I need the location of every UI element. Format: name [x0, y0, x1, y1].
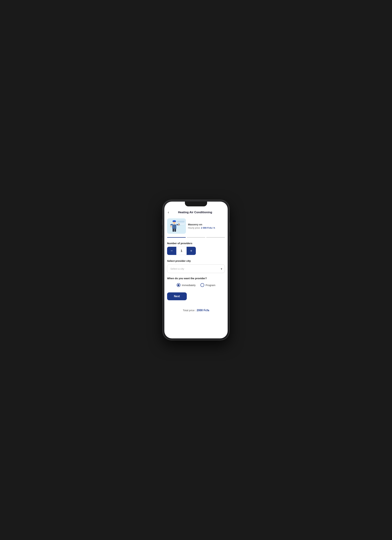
radio-immediately-label: Immediately: [182, 284, 196, 287]
timing-label: When do you want the provider?: [167, 277, 225, 280]
svg-rect-7: [173, 221, 176, 222]
city-select-wrapper: Select a city Douala Yaoundé Bafoussam G…: [167, 264, 225, 273]
radio-program-circle: [201, 283, 204, 287]
radio-row: Immediately Program: [167, 282, 225, 288]
svg-rect-16: [175, 229, 176, 232]
next-button-wrapper: Next: [164, 291, 228, 303]
service-image: [167, 218, 186, 234]
notch: [185, 202, 207, 206]
next-button[interactable]: Next: [167, 292, 187, 300]
decrement-button[interactable]: −: [167, 247, 176, 255]
svg-rect-3: [177, 222, 185, 222]
svg-rect-2: [177, 221, 185, 222]
svg-rect-8: [174, 224, 175, 225]
service-name: Masonry en: [188, 223, 225, 226]
radio-program-label: Program: [206, 284, 216, 287]
svg-point-12: [170, 226, 172, 227]
progress-bar: [164, 235, 228, 239]
progress-segment-2: [187, 237, 205, 238]
total-price-label: Total price :: [183, 309, 196, 312]
service-price: Hourly price: 2 000 Fcfa / h: [188, 227, 225, 229]
service-info: Masonry en Hourly price: 2 000 Fcfa / h: [188, 223, 225, 229]
phone-screen: ‹ Heating Air Conditioning: [164, 202, 228, 338]
counter-value: 1: [176, 247, 187, 255]
radio-immediately-circle: [177, 283, 181, 287]
service-price-value: 2 000 Fcfa / h: [201, 227, 215, 229]
providers-label: Number of providers: [167, 242, 225, 245]
progress-segment-3: [206, 237, 225, 238]
total-price-section: Total price : 2000 Fcfa: [164, 306, 228, 315]
app-content: ‹ Heating Air Conditioning: [164, 202, 228, 338]
increment-button[interactable]: +: [187, 247, 196, 255]
svg-rect-9: [172, 225, 176, 229]
svg-rect-15: [173, 229, 174, 232]
city-section: Select provider city Select a city Doual…: [164, 257, 228, 275]
progress-segment-1: [167, 237, 186, 238]
page-title: Heating Air Conditioning: [170, 211, 221, 214]
header: ‹ Heating Air Conditioning: [164, 207, 228, 217]
radio-immediately[interactable]: Immediately: [177, 283, 196, 287]
svg-rect-4: [177, 223, 185, 223]
counter-row: − 1 +: [167, 247, 225, 255]
city-section-label: Select provider city: [167, 259, 225, 262]
city-select[interactable]: Select a city Douala Yaoundé Bafoussam G…: [167, 264, 225, 273]
total-price-value: 2000 Fcfa: [197, 309, 209, 312]
radio-program[interactable]: Program: [201, 283, 216, 287]
timing-section: When do you want the provider? Immediate…: [164, 275, 228, 291]
providers-section: Number of providers − 1 +: [164, 239, 228, 257]
service-card: Masonry en Hourly price: 2 000 Fcfa / h: [164, 217, 228, 235]
back-button[interactable]: ‹: [167, 210, 170, 215]
phone-frame: ‹ Heating Air Conditioning: [163, 200, 229, 340]
